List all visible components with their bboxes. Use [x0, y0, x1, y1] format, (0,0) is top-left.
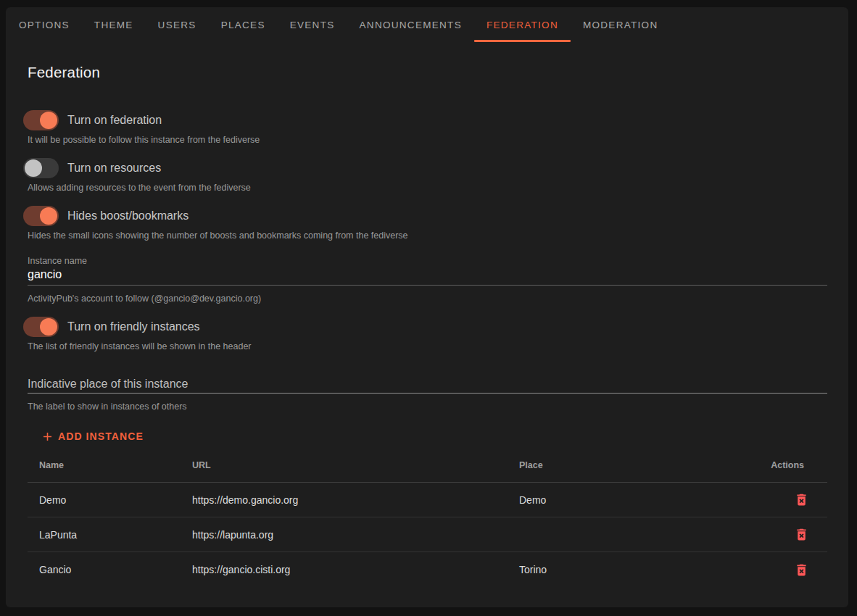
add-instance-button-label: ADD INSTANCE — [58, 430, 144, 442]
friendly-toggle-hint: The list of friendly instances will be s… — [28, 341, 827, 352]
indicative-place-hint: The label to show in instances of others — [28, 401, 827, 412]
federation-toggle[interactable] — [23, 110, 59, 130]
table-row: LaPunta https://lapunta.org — [28, 517, 827, 552]
toggle-knob — [40, 318, 57, 336]
column-header-name: Name — [28, 460, 192, 470]
friendly-toggle-label[interactable]: Turn on friendly instances — [67, 320, 200, 333]
federation-toggle-label[interactable]: Turn on federation — [67, 114, 162, 127]
instance-name-cell: Demo — [28, 494, 192, 506]
instance-url-cell: https://demo.gancio.org — [192, 494, 519, 506]
instance-actions-cell — [753, 491, 827, 509]
hide-boost-toggle-row: Hides boost/bookmarks — [28, 206, 827, 226]
instance-place-cell: Torino — [519, 564, 753, 575]
delete-instance-button[interactable] — [792, 525, 811, 544]
table-row: Demo https://demo.gancio.org Demo — [28, 483, 827, 517]
instance-name-cell: LaPunta — [28, 529, 192, 541]
instance-name-cell: Gancio — [28, 564, 192, 575]
indicative-place-field-group: The label to show in instances of others — [28, 376, 827, 412]
hide-boost-toggle[interactable] — [23, 206, 59, 226]
column-header-url: URL — [192, 460, 519, 470]
tab-places[interactable]: PLACES — [209, 7, 278, 42]
delete-instance-button[interactable] — [792, 560, 811, 579]
tab-federation[interactable]: FEDERATION — [474, 7, 571, 42]
friendly-instances-toggle[interactable] — [23, 317, 59, 337]
hide-boost-toggle-hint: Hides the small icons showing the number… — [28, 230, 827, 241]
instances-table-header: Name URL Place Actions — [28, 449, 827, 483]
instance-actions-cell — [753, 525, 827, 544]
resources-toggle-label[interactable]: Turn on resources — [67, 162, 161, 175]
instance-name-label: Instance name — [28, 255, 827, 267]
trash-delete-icon — [794, 562, 809, 578]
indicative-place-input[interactable] — [28, 376, 827, 394]
column-header-actions: Actions — [753, 460, 827, 470]
instance-name-input[interactable] — [28, 267, 827, 286]
instances-table: Name URL Place Actions Demo https://demo… — [28, 449, 827, 587]
instance-name-field-group: Instance name ActivityPub's account to f… — [28, 255, 827, 304]
tab-events[interactable]: EVENTS — [278, 7, 347, 42]
tab-options[interactable]: OPTIONS — [7, 7, 82, 42]
instance-place-cell: Demo — [519, 494, 753, 506]
hide-boost-toggle-label[interactable]: Hides boost/bookmarks — [67, 209, 189, 222]
trash-delete-icon — [794, 492, 809, 507]
federation-toggle-row: Turn on federation — [28, 110, 827, 130]
delete-instance-button[interactable] — [792, 491, 811, 509]
resources-toggle[interactable] — [23, 158, 59, 178]
admin-panel: OPTIONS THEME USERS PLACES EVENTS ANNOUN… — [6, 7, 848, 607]
plus-icon — [41, 430, 58, 444]
column-header-place: Place — [519, 460, 753, 470]
friendly-toggle-row: Turn on friendly instances — [28, 317, 827, 337]
instance-name-hint: ActivityPub's account to follow (@gancio… — [28, 293, 827, 304]
page-title: Federation — [28, 62, 827, 83]
instance-url-cell: https://lapunta.org — [192, 529, 519, 541]
tab-users[interactable]: USERS — [146, 7, 209, 42]
instance-url-cell: https://gancio.cisti.org — [192, 564, 519, 575]
resources-toggle-hint: Allows adding resources to the event fro… — [28, 182, 827, 193]
toggle-knob — [40, 207, 57, 225]
tab-announcements[interactable]: ANNOUNCEMENTS — [347, 7, 474, 42]
federation-settings-content: Federation Turn on federation It will be… — [6, 62, 848, 587]
tab-theme[interactable]: THEME — [82, 7, 146, 42]
trash-delete-icon — [794, 527, 809, 542]
toggle-knob — [40, 112, 57, 129]
admin-tabs: OPTIONS THEME USERS PLACES EVENTS ANNOUN… — [6, 7, 848, 42]
resources-toggle-row: Turn on resources — [28, 158, 827, 178]
instance-actions-cell — [753, 560, 827, 579]
add-instance-button[interactable]: ADD INSTANCE — [35, 426, 149, 446]
table-row: Gancio https://gancio.cisti.org Torino — [28, 552, 827, 587]
federation-toggle-hint: It will be possible to follow this insta… — [28, 134, 827, 146]
toggle-knob — [25, 159, 42, 177]
tab-moderation[interactable]: MODERATION — [571, 7, 671, 42]
